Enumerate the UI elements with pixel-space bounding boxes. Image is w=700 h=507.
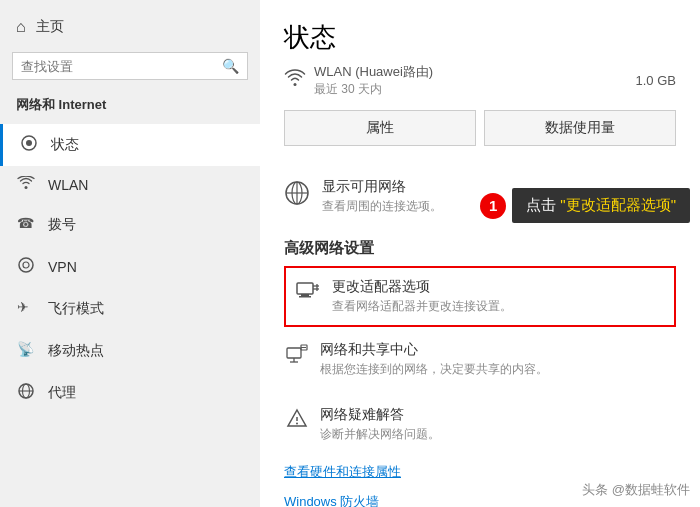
annotation-container: 1 点击 "更改适配器选项"	[480, 188, 690, 223]
svg-rect-14	[297, 283, 313, 294]
adapter-icon	[296, 280, 320, 305]
sidebar-item-wlan[interactable]: WLAN	[0, 166, 260, 204]
annotation-bubble: 点击 "更改适配器选项"	[512, 188, 690, 223]
properties-button[interactable]: 属性	[284, 110, 476, 146]
annotation-highlight: "更改适配器选项"	[560, 196, 676, 213]
svg-rect-16	[299, 296, 311, 298]
watermark: 头条 @数据蛙软件	[582, 481, 690, 499]
sharing-text: 网络和共享中心 根据您连接到的网络，决定要共享的内容。	[320, 341, 548, 378]
show-network-icon	[284, 180, 310, 212]
sidebar-item-status[interactable]: 状态	[0, 124, 260, 166]
svg-point-1	[26, 140, 32, 146]
status-icon	[19, 134, 39, 156]
sharing-icon	[286, 343, 308, 370]
advanced-item-sharing[interactable]: 网络和共享中心 根据您连接到的网络，决定要共享的内容。	[284, 327, 676, 392]
sidebar-item-label: VPN	[48, 259, 77, 275]
dial-icon: ☎	[16, 214, 36, 236]
advanced-item-troubleshoot[interactable]: 网络疑难解答 诊断并解决网络问题。	[284, 392, 676, 457]
advanced-section-title: 高级网络设置	[284, 239, 676, 258]
show-network-title: 显示可用网络	[322, 178, 442, 196]
main-content: 状态 WLAN (Huawei路由) 最近 30 天内 1.0 GB 属性 数据…	[260, 0, 700, 507]
sidebar-item-airplane[interactable]: ✈ 飞行模式	[0, 288, 260, 330]
sidebar-item-label: 拨号	[48, 216, 76, 234]
sharing-title: 网络和共享中心	[320, 341, 548, 359]
sidebar-items: 状态 WLAN ☎ 拨号 VPN ✈ 飞行模式 📡 移动热点 代理	[0, 124, 260, 414]
wlan-details: WLAN (Huawei路由) 最近 30 天内	[314, 63, 636, 98]
action-buttons: 属性 数据使用量	[284, 110, 676, 146]
proxy-icon	[16, 382, 36, 404]
svg-point-3	[19, 258, 33, 272]
show-network-text: 显示可用网络 查看周围的连接选项。	[322, 178, 442, 215]
wlan-size: 1.0 GB	[636, 73, 676, 88]
svg-text:📡: 📡	[17, 341, 35, 358]
airplane-icon: ✈	[16, 298, 36, 320]
show-network-desc: 查看周围的连接选项。	[322, 198, 442, 215]
adapter-desc: 查看网络适配器并更改连接设置。	[332, 298, 512, 315]
svg-point-4	[23, 262, 29, 268]
annotation-number: 1	[480, 193, 506, 219]
troubleshoot-text: 网络疑难解答 诊断并解决网络问题。	[320, 406, 440, 443]
vpn-icon	[16, 256, 36, 278]
home-icon: ⌂	[16, 18, 26, 36]
adapter-text: 更改适配器选项 查看网络适配器并更改连接设置。	[332, 278, 512, 315]
sharing-desc: 根据您连接到的网络，决定要共享的内容。	[320, 361, 548, 378]
svg-text:✈: ✈	[17, 299, 29, 315]
sidebar-item-label: 飞行模式	[48, 300, 104, 318]
sidebar-item-label: 代理	[48, 384, 76, 402]
troubleshoot-desc: 诊断并解决网络问题。	[320, 426, 440, 443]
sidebar-item-hotspot[interactable]: 📡 移动热点	[0, 330, 260, 372]
svg-rect-20	[287, 348, 301, 358]
advanced-item-adapter[interactable]: 更改适配器选项 查看网络适配器并更改连接设置。	[284, 266, 676, 327]
sidebar-section-title: 网络和 Internet	[0, 90, 260, 124]
sidebar-item-vpn[interactable]: VPN	[0, 246, 260, 288]
data-usage-button[interactable]: 数据使用量	[484, 110, 676, 146]
sidebar-item-dial[interactable]: ☎ 拨号	[0, 204, 260, 246]
troubleshoot-title: 网络疑难解答	[320, 406, 440, 424]
sidebar-home[interactable]: ⌂ 主页	[0, 8, 260, 46]
hotspot-icon: 📡	[16, 340, 36, 362]
search-box: 🔍	[12, 52, 248, 80]
svg-text:☎: ☎	[17, 215, 34, 231]
home-label: 主页	[36, 18, 64, 36]
search-input[interactable]	[21, 59, 222, 74]
sidebar-item-label: WLAN	[48, 177, 88, 193]
svg-rect-15	[301, 294, 309, 296]
troubleshoot-icon	[286, 408, 308, 435]
search-icon: 🔍	[222, 58, 239, 74]
sidebar-item-proxy[interactable]: 代理	[0, 372, 260, 414]
wlan-info: WLAN (Huawei路由) 最近 30 天内 1.0 GB	[284, 63, 676, 98]
sidebar: ⌂ 主页 🔍 网络和 Internet 状态 WLAN ☎ 拨号 VPN ✈ 飞…	[0, 0, 260, 507]
wlan-icon	[284, 69, 306, 92]
svg-point-26	[296, 423, 298, 425]
advanced-items: 更改适配器选项 查看网络适配器并更改连接设置。 网络和共享中心 根据您连接到的网…	[284, 266, 676, 457]
sidebar-item-label: 移动热点	[48, 342, 104, 360]
wlan-name: WLAN (Huawei路由)	[314, 63, 636, 81]
wlan-duration: 最近 30 天内	[314, 81, 636, 98]
page-title: 状态	[284, 20, 676, 55]
adapter-title: 更改适配器选项	[332, 278, 512, 296]
sidebar-item-label: 状态	[51, 136, 79, 154]
wlan-icon	[16, 176, 36, 194]
